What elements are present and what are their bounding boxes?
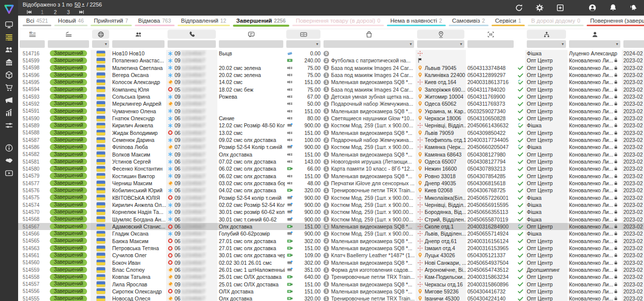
order-row[interactable]: 514593ЗавершенийСольська Ірина091234567Р… <box>18 93 644 100</box>
order-row[interactable]: 514599ЗавершенийПотапенко Анастас...0912… <box>18 57 644 64</box>
order-row[interactable]: 514556ЗавершенийСиротюк Олександр0912345… <box>18 288 644 295</box>
refresh-button[interactable] <box>513 3 524 14</box>
column-header-product[interactable] <box>322 29 416 39</box>
order-row[interactable]: 514558ЗавершенийКовпак Татьяна0912345672… <box>18 273 644 280</box>
order-row[interactable]: 514566ЗавершенийГладик Оксана091234567Го… <box>18 230 644 237</box>
column-header-name[interactable] <box>111 29 166 39</box>
order-row[interactable]: 514586ЗавершенийФіліпова Люба071234567Ро… <box>18 143 644 150</box>
column-header-pay[interactable] <box>285 29 322 39</box>
filter-input-pay[interactable]: ▼ <box>286 40 320 48</box>
tab-all[interactable]: Всі4521 <box>22 17 52 27</box>
sidebar-item-settings[interactable] <box>0 119 18 131</box>
order-row[interactable]: 514568ЗавершенийШумляс Богдана Ан...0612… <box>18 216 644 223</box>
sidebar-item-clients[interactable] <box>0 43 18 56</box>
order-row[interactable]: 514582ЗавершенийВолков Максим091234567Ол… <box>18 151 644 158</box>
order-row[interactable]: 514570ЗавершенийКорнелюк Надія Та...0912… <box>18 208 644 215</box>
column-header-loc[interactable] <box>416 29 466 39</box>
create-button[interactable] <box>554 3 566 14</box>
sidebar-item-orders[interactable] <box>0 31 18 43</box>
order-row[interactable]: 514596ЗавершенийВегера Оксана09123456720… <box>18 71 644 79</box>
sidebar-item-tutorials[interactable] <box>0 167 18 179</box>
order-row[interactable]: 514555ЗавершенийНовосад Олеся061234567Ол… <box>18 295 644 301</box>
order-row[interactable]: 514579ЗавершенийКостишин Виктор091234567… <box>18 173 644 180</box>
order-row[interactable]: 514595ЗавершенийКолосок Александр0912345… <box>18 79 644 86</box>
filter-input-phone[interactable] <box>168 40 216 48</box>
tab-shipped[interactable]: Відправлений12 <box>177 17 231 27</box>
order-row[interactable]: 514567ЗавершенийАдамовский Станис...0612… <box>18 223 644 230</box>
filter-input-name[interactable] <box>112 40 165 48</box>
tab-out-of-stock[interactable]: Нема в наявності2 <box>386 17 447 27</box>
notifications-button[interactable] <box>607 3 618 14</box>
last-page-button[interactable] <box>75 9 88 15</box>
order-row[interactable]: 514588ЗавершенийЖидак Володимир061234567… <box>18 129 644 136</box>
sidebar-item-products[interactable] <box>0 68 18 81</box>
order-row[interactable]: 514560ЗавершенийБокоч Иван09123456702.02… <box>18 259 644 266</box>
order-row[interactable]: 514563ЗавершенийПетровська Тетяна0612345… <box>18 245 644 252</box>
profile-button[interactable] <box>587 3 598 14</box>
order-row[interactable]: 514561ЗавершенийСучилов Олег06123456730.… <box>18 252 644 259</box>
filter-input-date[interactable] <box>623 40 644 48</box>
sidebar-item-marketing[interactable] <box>0 94 18 106</box>
order-row[interactable]: 514575ЗавершенийКВІТОВСЬКА ЮЛІЯ091234567… <box>18 194 644 201</box>
order-row[interactable]: 514598ЗавершенийМалютина Светлана0912345… <box>18 64 644 71</box>
column-header-phone[interactable] <box>166 29 217 39</box>
order-row[interactable]: 514716ЗавершенийНов10 Нов10091234567Выцв… <box>18 50 644 57</box>
settings-button[interactable] <box>534 3 545 14</box>
filter-input-status[interactable] <box>48 40 89 48</box>
column-header-flag[interactable] <box>91 29 111 39</box>
tab-new[interactable]: Новый46 <box>53 17 88 27</box>
tab-completed[interactable]: Завершений2256 <box>232 17 290 27</box>
column-header-manager[interactable] <box>568 29 622 39</box>
order-row[interactable]: 514591ЗавершенийЧумаченко Олена091234567… <box>18 108 644 115</box>
tab-services[interactable]: Сервіси1 <box>491 17 526 27</box>
page-size-dropdown[interactable]: 50▼ <box>74 2 85 8</box>
order-row[interactable]: 514587ЗавершенийСеменюк Дарина0912345670… <box>18 136 644 143</box>
sidebar-item-dashboard[interactable] <box>0 18 18 31</box>
ukraine-flag-icon <box>97 152 105 157</box>
order-row[interactable]: 514577ЗавершенийЧерниш Максим09123456703… <box>18 180 644 187</box>
sidebar-item-warehouse[interactable] <box>0 56 18 68</box>
order-row[interactable]: 514557ЗавершенийЛила Ярослав09123456725.… <box>18 281 644 288</box>
column-header-check[interactable] <box>515 29 525 39</box>
column-header-status[interactable] <box>46 29 91 39</box>
sidebar-item-info[interactable] <box>0 141 18 154</box>
sidebar-item-statistics[interactable] <box>0 106 18 119</box>
filter-input-manager[interactable]: ▼ <box>569 40 620 48</box>
filter-input-comment[interactable] <box>219 40 283 48</box>
filter-input-loc[interactable]: ▼ <box>417 40 464 48</box>
order-row[interactable]: 514574ЗавершенийКирилич Анжела Ол...0912… <box>18 201 644 208</box>
first-page-button[interactable] <box>23 9 36 15</box>
order-row[interactable]: 514589ЗавершенийКирилич Анжела0912345671… <box>18 122 644 129</box>
filter-input-track[interactable] <box>467 40 514 48</box>
order-row[interactable]: 514580ЗавершенийФесенко Константин061234… <box>18 165 644 172</box>
column-header-id[interactable] <box>18 29 46 39</box>
order-row[interactable]: 514590ЗавершенийГнатюк Олексндр061234567… <box>18 115 644 122</box>
filter-input-flag[interactable]: ▼ <box>92 40 109 48</box>
filter-input-product[interactable]: ▼ <box>324 40 414 48</box>
column-header-date[interactable] <box>622 29 644 39</box>
sidebar-item-purchases[interactable] <box>0 81 18 94</box>
tab-return-in-transit[interactable]: Повернення товару (в дорозі)0 <box>291 17 385 27</box>
order-row[interactable]: 514565ЗавершенийБаюка Максим06123456727.… <box>18 238 644 245</box>
order-row[interactable]: 514594ЗавершенийКомпанец Юля05123456718.… <box>18 86 644 93</box>
tab-return-completed[interactable]: Повернення (завершений)125 <box>586 17 644 27</box>
filter-input-id[interactable] <box>20 40 45 48</box>
order-row[interactable]: 514559ЗавершенийВлас Слотюу06123456726.0… <box>18 266 644 273</box>
page-number-3[interactable]: 3 <box>62 9 75 15</box>
announcements-button[interactable] <box>628 3 639 14</box>
tab-on-way-home[interactable]: В дорозі додому0 <box>527 17 585 27</box>
tab-pickup[interactable]: Самовивіз2 <box>448 17 490 27</box>
column-header-track[interactable] <box>466 29 515 39</box>
column-header-comment[interactable] <box>217 29 285 39</box>
column-header-funnel[interactable] <box>525 29 568 39</box>
page-number-2[interactable]: 2 <box>49 9 62 15</box>
order-row[interactable]: 514592ЗавершенийМерклингер Андрей0912345… <box>18 100 644 107</box>
order-row[interactable]: 514581ЗавершенийУстинов Сергей0612345670… <box>18 158 644 165</box>
page-number-1[interactable]: 1 <box>36 9 49 15</box>
order-row[interactable]: 514576ЗавершенийКобилинський Юрий0612345… <box>18 187 644 194</box>
app-logo[interactable] <box>0 0 18 18</box>
tab-declined[interactable]: Відмова763 <box>134 17 176 27</box>
tab-accepted[interactable]: Прийнятий7 <box>90 17 133 27</box>
sidebar-item-partners[interactable] <box>0 154 18 167</box>
filter-input-funnel[interactable]: ▼ <box>527 40 566 48</box>
